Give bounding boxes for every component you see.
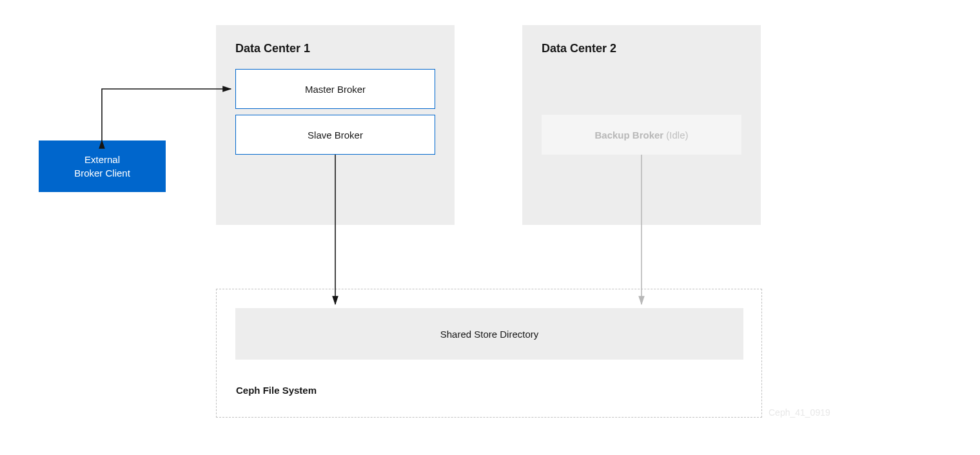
arrow-client-master xyxy=(0,0,980,455)
